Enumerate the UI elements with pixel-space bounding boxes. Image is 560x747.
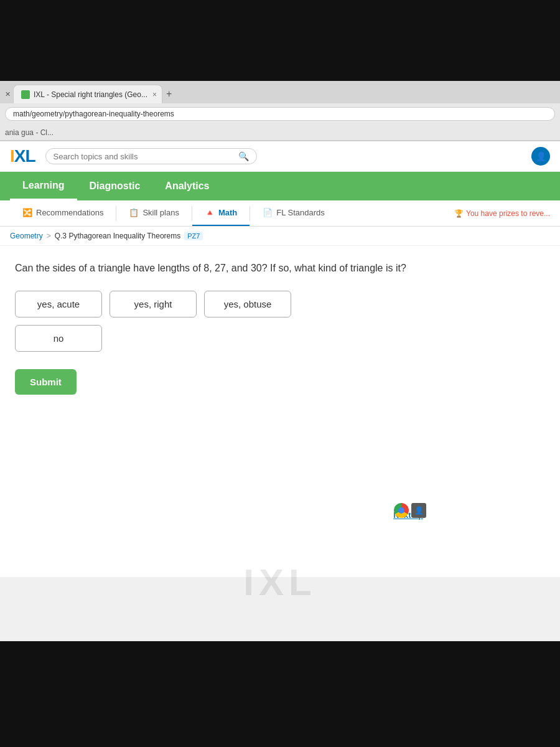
submit-button[interactable]: Submit [15, 369, 77, 395]
nav-item-learning[interactable]: Learning [10, 172, 77, 200]
search-input[interactable] [54, 152, 238, 161]
breadcrumb-separator: > [47, 232, 51, 240]
active-tab[interactable]: IXL - Special right triangles (Geo... × [13, 85, 162, 103]
search-bar[interactable]: 🔍 [45, 148, 257, 164]
new-tab-button[interactable]: + [166, 88, 172, 100]
nav-item-analytics[interactable]: Analytics [152, 173, 222, 199]
sub-nav: 🔀 Recommendations 📋 Skill plans 🔺 Math 📄… [0, 200, 560, 227]
tab-favicon [21, 90, 30, 99]
ixl-watermark: IXL [243, 561, 316, 604]
breadcrumb: Geometry > Q.3 Pythagorean Inequality Th… [0, 227, 560, 246]
subnav-math[interactable]: 🔺 Math [192, 200, 250, 226]
header-right: 👤 [531, 147, 550, 166]
bookmarks-text: ania gua - Cl... [5, 128, 54, 137]
answer-row-2: no [15, 325, 545, 352]
logo-i: I [10, 146, 14, 166]
tab-label: IXL - Special right triangles (Geo... [34, 90, 147, 99]
math-icon: 🔺 [205, 208, 215, 217]
address-bar[interactable]: math/geometry/pythagorean-inequality-the… [5, 107, 555, 121]
trophy-icon: 🏆 [454, 209, 464, 218]
subnav-flstandards[interactable]: 📄 FL Standards [250, 200, 337, 226]
ixl-logo[interactable]: IXL [10, 146, 35, 166]
taskbar-icons: 👤 [394, 503, 426, 518]
answer-no[interactable]: no [15, 325, 102, 352]
breadcrumb-parent[interactable]: Geometry [10, 232, 43, 240]
skill-icon: 📋 [129, 208, 139, 217]
answer-yes-obtuse[interactable]: yes, obtuse [204, 291, 291, 317]
logo-xl: XL [14, 146, 35, 166]
fork-icon: 🔀 [22, 208, 32, 217]
user-avatar[interactable]: 👤 [531, 147, 550, 166]
standards-icon: 📄 [263, 208, 273, 217]
answer-yes-acute[interactable]: yes, acute [15, 291, 102, 317]
nav-item-diagnostic[interactable]: Diagnostic [77, 173, 153, 199]
question-area: Can the sides of a triangle have lengths… [0, 246, 560, 410]
breadcrumb-current: Q.3 Pythagorean Inequality Theorems [55, 232, 181, 240]
person-taskbar-icon[interactable]: 👤 [411, 503, 426, 518]
ixl-header: IXL 🔍 👤 [0, 141, 560, 172]
subnav-skillplans[interactable]: 📋 Skill plans [116, 200, 192, 226]
subnav-recommendations[interactable]: 🔀 Recommendations [10, 200, 116, 226]
search-icon: 🔍 [238, 151, 249, 161]
chrome-icon[interactable] [394, 503, 409, 518]
tab-close-button[interactable]: × [152, 90, 157, 99]
question-text: Can the sides of a triangle have lengths… [15, 261, 545, 276]
answer-row-1: yes, acute yes, right yes, obtuse [15, 291, 545, 317]
prizes-notice[interactable]: 🏆 You have prizes to reve... [454, 209, 550, 218]
answer-yes-right[interactable]: yes, right [110, 291, 197, 317]
browser-close-x[interactable]: ✕ [5, 90, 11, 98]
breadcrumb-code: PZ7 [184, 232, 203, 240]
answer-options: yes, acute yes, right yes, obtuse no [15, 291, 545, 352]
main-nav: Learning Diagnostic Analytics [0, 172, 560, 200]
